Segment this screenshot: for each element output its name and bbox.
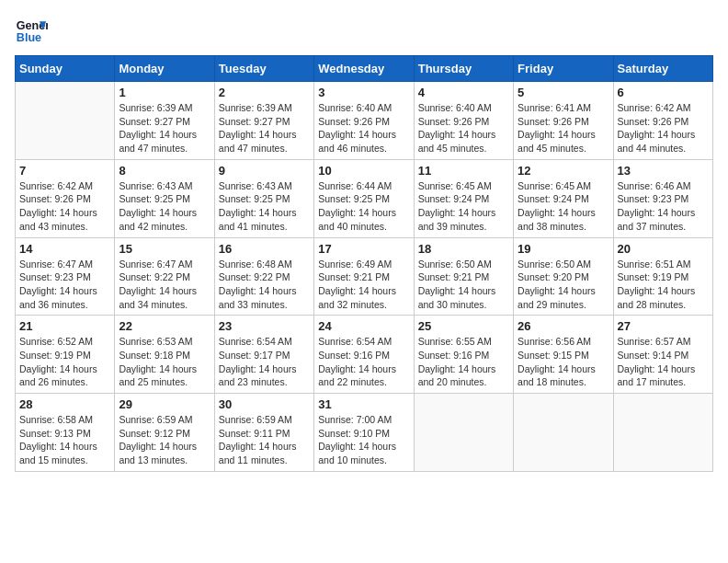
- day-info: Sunrise: 6:55 AM Sunset: 9:16 PM Dayligh…: [418, 335, 509, 389]
- day-number: 9: [219, 164, 310, 178]
- day-number: 6: [618, 86, 709, 99]
- day-info: Sunrise: 6:59 AM Sunset: 9:12 PM Dayligh…: [119, 413, 210, 467]
- weekday-header-sunday: Sunday: [16, 56, 115, 82]
- day-info: Sunrise: 6:50 AM Sunset: 9:21 PM Dayligh…: [418, 258, 509, 312]
- week-row-2: 14Sunrise: 6:47 AM Sunset: 9:23 PM Dayli…: [16, 237, 713, 316]
- calendar-cell: 17Sunrise: 6:49 AM Sunset: 9:21 PM Dayli…: [314, 237, 414, 316]
- day-number: 31: [318, 397, 409, 411]
- day-info: Sunrise: 6:43 AM Sunset: 9:25 PM Dayligh…: [119, 179, 210, 234]
- calendar-cell: 25Sunrise: 6:55 AM Sunset: 9:16 PM Dayli…: [414, 316, 513, 394]
- day-info: Sunrise: 6:39 AM Sunset: 9:27 PM Dayligh…: [119, 101, 210, 155]
- week-row-3: 21Sunrise: 6:52 AM Sunset: 9:19 PM Dayli…: [16, 316, 713, 394]
- day-info: Sunrise: 6:48 AM Sunset: 9:22 PM Dayligh…: [219, 258, 310, 312]
- day-number: 13: [618, 164, 709, 178]
- calendar-cell: 19Sunrise: 6:50 AM Sunset: 9:20 PM Dayli…: [514, 237, 613, 316]
- day-number: 29: [119, 397, 210, 411]
- day-number: 14: [19, 242, 110, 256]
- calendar-cell: 7Sunrise: 6:42 AM Sunset: 9:26 PM Daylig…: [16, 159, 115, 237]
- calendar-cell: 30Sunrise: 6:59 AM Sunset: 9:11 PM Dayli…: [214, 394, 313, 472]
- day-info: Sunrise: 6:41 AM Sunset: 9:26 PM Dayligh…: [518, 101, 609, 155]
- day-info: Sunrise: 6:43 AM Sunset: 9:25 PM Dayligh…: [219, 179, 310, 234]
- day-info: Sunrise: 6:42 AM Sunset: 9:26 PM Dayligh…: [618, 101, 709, 155]
- calendar-cell: 13Sunrise: 6:46 AM Sunset: 9:23 PM Dayli…: [613, 159, 712, 237]
- day-info: Sunrise: 6:56 AM Sunset: 9:15 PM Dayligh…: [518, 335, 609, 389]
- calendar-cell: 21Sunrise: 6:52 AM Sunset: 9:19 PM Dayli…: [16, 316, 115, 394]
- day-number: 27: [618, 319, 709, 333]
- day-info: Sunrise: 6:54 AM Sunset: 9:16 PM Dayligh…: [318, 335, 409, 389]
- weekday-header-tuesday: Tuesday: [214, 56, 313, 82]
- weekday-header-wednesday: Wednesday: [314, 56, 414, 82]
- day-number: 24: [318, 319, 409, 333]
- day-info: Sunrise: 6:59 AM Sunset: 9:11 PM Dayligh…: [219, 413, 310, 467]
- svg-text:Blue: Blue: [17, 31, 41, 44]
- day-number: 3: [318, 86, 409, 99]
- day-info: Sunrise: 6:40 AM Sunset: 9:26 PM Dayligh…: [418, 101, 509, 155]
- day-info: Sunrise: 6:53 AM Sunset: 9:18 PM Dayligh…: [119, 335, 210, 389]
- weekday-header-saturday: Saturday: [613, 56, 712, 82]
- day-number: 1: [119, 86, 210, 99]
- day-number: 18: [418, 242, 509, 256]
- calendar-cell: 28Sunrise: 6:58 AM Sunset: 9:13 PM Dayli…: [16, 394, 115, 472]
- calendar-cell: 1Sunrise: 6:39 AM Sunset: 9:27 PM Daylig…: [115, 82, 214, 160]
- day-number: 28: [19, 397, 110, 411]
- calendar-cell: 10Sunrise: 6:44 AM Sunset: 9:25 PM Dayli…: [314, 159, 414, 237]
- calendar-cell: 9Sunrise: 6:43 AM Sunset: 9:25 PM Daylig…: [214, 159, 313, 237]
- day-number: 5: [518, 86, 609, 99]
- day-number: 10: [318, 164, 409, 178]
- week-row-1: 7Sunrise: 6:42 AM Sunset: 9:26 PM Daylig…: [16, 159, 713, 237]
- day-number: 20: [618, 242, 709, 256]
- calendar-cell: 4Sunrise: 6:40 AM Sunset: 9:26 PM Daylig…: [414, 82, 513, 160]
- calendar-cell: 6Sunrise: 6:42 AM Sunset: 9:26 PM Daylig…: [613, 82, 712, 160]
- day-info: Sunrise: 6:42 AM Sunset: 9:26 PM Dayligh…: [19, 179, 110, 234]
- day-info: Sunrise: 6:47 AM Sunset: 9:23 PM Dayligh…: [19, 258, 110, 312]
- calendar-cell: 18Sunrise: 6:50 AM Sunset: 9:21 PM Dayli…: [414, 237, 513, 316]
- day-info: Sunrise: 6:49 AM Sunset: 9:21 PM Dayligh…: [318, 258, 409, 312]
- day-number: 21: [19, 319, 110, 333]
- day-number: 15: [119, 242, 210, 256]
- day-info: Sunrise: 6:46 AM Sunset: 9:23 PM Dayligh…: [618, 179, 709, 234]
- calendar-cell: 2Sunrise: 6:39 AM Sunset: 9:27 PM Daylig…: [214, 82, 313, 160]
- calendar-cell: 15Sunrise: 6:47 AM Sunset: 9:22 PM Dayli…: [115, 237, 214, 316]
- day-number: 25: [418, 319, 509, 333]
- day-info: Sunrise: 6:51 AM Sunset: 9:19 PM Dayligh…: [618, 258, 709, 312]
- day-info: Sunrise: 6:52 AM Sunset: 9:19 PM Dayligh…: [19, 335, 110, 389]
- day-info: Sunrise: 6:58 AM Sunset: 9:13 PM Dayligh…: [19, 413, 110, 467]
- calendar-cell: 22Sunrise: 6:53 AM Sunset: 9:18 PM Dayli…: [115, 316, 214, 394]
- calendar-cell: 5Sunrise: 6:41 AM Sunset: 9:26 PM Daylig…: [514, 82, 613, 160]
- calendar-cell: 27Sunrise: 6:57 AM Sunset: 9:14 PM Dayli…: [613, 316, 712, 394]
- calendar-cell: 11Sunrise: 6:45 AM Sunset: 9:24 PM Dayli…: [414, 159, 513, 237]
- logo-icon: General Blue: [15, 15, 48, 48]
- calendar-cell: [613, 394, 712, 472]
- calendar-cell: 31Sunrise: 7:00 AM Sunset: 9:10 PM Dayli…: [314, 394, 414, 472]
- weekday-header-friday: Friday: [514, 56, 613, 82]
- day-info: Sunrise: 6:57 AM Sunset: 9:14 PM Dayligh…: [618, 335, 709, 389]
- day-info: Sunrise: 6:50 AM Sunset: 9:20 PM Dayligh…: [518, 258, 609, 312]
- weekday-header-row: SundayMondayTuesdayWednesdayThursdayFrid…: [16, 56, 713, 82]
- day-info: Sunrise: 6:45 AM Sunset: 9:24 PM Dayligh…: [518, 179, 609, 234]
- day-info: Sunrise: 7:00 AM Sunset: 9:10 PM Dayligh…: [318, 413, 409, 467]
- day-number: 2: [219, 86, 310, 99]
- calendar-cell: 20Sunrise: 6:51 AM Sunset: 9:19 PM Dayli…: [613, 237, 712, 316]
- day-number: 11: [418, 164, 509, 178]
- logo: General Blue: [15, 15, 48, 48]
- calendar-cell: [414, 394, 513, 472]
- calendar: SundayMondayTuesdayWednesdayThursdayFrid…: [15, 55, 713, 472]
- header: General Blue: [15, 15, 713, 48]
- calendar-cell: [16, 82, 115, 160]
- calendar-cell: 12Sunrise: 6:45 AM Sunset: 9:24 PM Dayli…: [514, 159, 613, 237]
- day-info: Sunrise: 6:39 AM Sunset: 9:27 PM Dayligh…: [219, 101, 310, 155]
- week-row-4: 28Sunrise: 6:58 AM Sunset: 9:13 PM Dayli…: [16, 394, 713, 472]
- day-info: Sunrise: 6:40 AM Sunset: 9:26 PM Dayligh…: [318, 101, 409, 155]
- day-number: 8: [119, 164, 210, 178]
- weekday-header-monday: Monday: [115, 56, 214, 82]
- calendar-cell: 14Sunrise: 6:47 AM Sunset: 9:23 PM Dayli…: [16, 237, 115, 316]
- day-number: 16: [219, 242, 310, 256]
- calendar-cell: 16Sunrise: 6:48 AM Sunset: 9:22 PM Dayli…: [214, 237, 313, 316]
- day-number: 22: [119, 319, 210, 333]
- day-info: Sunrise: 6:47 AM Sunset: 9:22 PM Dayligh…: [119, 258, 210, 312]
- day-number: 30: [219, 397, 310, 411]
- week-row-0: 1Sunrise: 6:39 AM Sunset: 9:27 PM Daylig…: [16, 82, 713, 160]
- weekday-header-thursday: Thursday: [414, 56, 513, 82]
- calendar-cell: 24Sunrise: 6:54 AM Sunset: 9:16 PM Dayli…: [314, 316, 414, 394]
- calendar-cell: 29Sunrise: 6:59 AM Sunset: 9:12 PM Dayli…: [115, 394, 214, 472]
